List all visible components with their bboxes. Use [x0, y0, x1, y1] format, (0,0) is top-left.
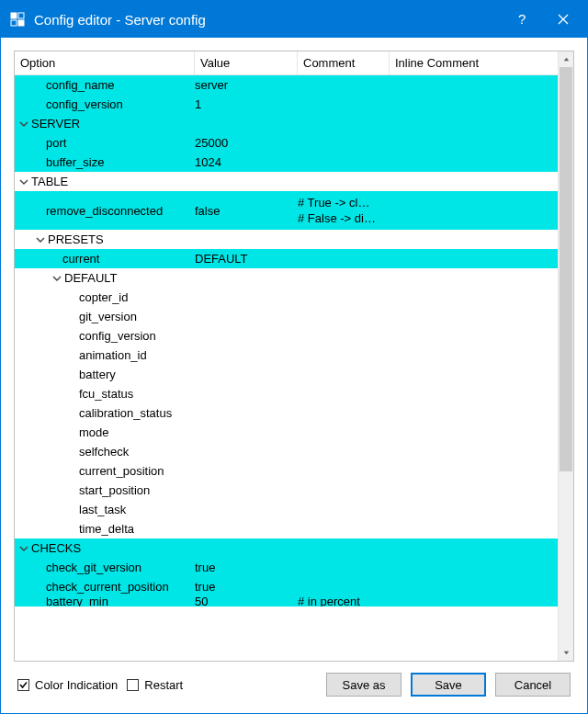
tree-row[interactable]: calibration_status	[15, 403, 558, 423]
checkbox-icon	[127, 679, 139, 691]
option-label: PRESETS	[48, 232, 104, 246]
tree-row[interactable]: check_current_position true	[15, 577, 558, 596]
svg-rect-0	[11, 13, 17, 18]
dialog-content: Option Value Comment Inline Comment conf…	[1, 38, 587, 713]
option-label: check_git_version	[46, 561, 141, 574]
scroll-thumb[interactable]	[560, 67, 572, 471]
option-label: battery	[79, 368, 116, 381]
dialog-window: Config editor - Server config ? Option V…	[0, 0, 588, 714]
col-option[interactable]: Option	[15, 51, 195, 74]
option-label: fcu_status	[79, 387, 133, 401]
option-value: 25000	[195, 136, 298, 150]
option-value: false	[195, 204, 298, 218]
tree-row-group[interactable]: CHECKS	[15, 538, 558, 558]
tree-row[interactable]: animation_id	[15, 346, 558, 365]
cancel-button[interactable]: Cancel	[495, 673, 571, 697]
tree-row-group[interactable]: PRESETS	[15, 230, 558, 249]
color-indication-checkbox[interactable]: Color Indication	[17, 678, 118, 692]
chevron-down-icon[interactable]	[35, 234, 46, 245]
option-comment: # True -> cl… # False -> di…	[298, 194, 390, 227]
option-label: CHECKS	[31, 541, 81, 555]
option-label: config_version	[79, 329, 156, 343]
col-value[interactable]: Value	[195, 51, 298, 74]
option-label: remove_disconnected	[46, 204, 163, 218]
tree-row[interactable]: mode	[15, 423, 558, 442]
checkbox-label: Color Indication	[35, 678, 118, 692]
option-value: 50	[195, 596, 298, 606]
option-label: port	[46, 136, 66, 150]
option-value: true	[195, 561, 298, 574]
tree-row[interactable]: battery	[15, 365, 558, 384]
chevron-down-icon[interactable]	[18, 543, 29, 554]
tree-row[interactable]: battery_min 50 # in percent	[15, 596, 558, 606]
scroll-up-icon[interactable]	[559, 51, 573, 67]
tree-body: config_name server config_version 1	[15, 75, 558, 661]
option-label: SERVER	[31, 117, 80, 130]
chevron-down-icon[interactable]	[18, 119, 29, 130]
option-label: TABLE	[31, 175, 68, 188]
tree-row[interactable]: port 25000	[15, 133, 558, 153]
chevron-down-icon[interactable]	[51, 273, 62, 284]
svg-rect-1	[18, 13, 24, 18]
tree-row[interactable]: selfcheck	[15, 442, 558, 461]
tree-header: Option Value Comment Inline Comment	[15, 51, 558, 75]
option-label: DEFAULT	[64, 271, 118, 285]
checkbox-label: Restart	[144, 678, 183, 692]
option-value: 1	[195, 97, 298, 111]
svg-rect-2	[11, 20, 17, 26]
option-comment: # in percent	[298, 596, 390, 606]
tree-row[interactable]: copter_id	[15, 288, 558, 307]
option-label: config_version	[46, 97, 123, 111]
tree-row-group[interactable]: TABLE	[15, 172, 558, 191]
svg-text:?: ?	[518, 12, 526, 27]
app-icon	[8, 10, 27, 28]
option-label: last_task	[79, 503, 126, 516]
tree-row[interactable]: current DEFAULT	[15, 249, 558, 268]
tree-row-group[interactable]: SERVER	[15, 114, 558, 133]
tree-row[interactable]: config_version 1	[15, 95, 558, 114]
svg-rect-3	[18, 20, 24, 26]
tree-row[interactable]: config_name server	[15, 75, 558, 95]
tree-row[interactable]: config_version	[15, 326, 558, 346]
tree-row[interactable]: check_git_version true	[15, 558, 558, 577]
restart-checkbox[interactable]: Restart	[127, 678, 183, 692]
close-button[interactable]	[543, 1, 583, 38]
tree-row[interactable]: git_version	[15, 307, 558, 326]
tree-row[interactable]: time_delta	[15, 519, 558, 538]
scroll-down-icon[interactable]	[559, 645, 573, 661]
option-label: check_current_position	[46, 580, 169, 594]
option-label: current_position	[79, 464, 164, 478]
option-value: DEFAULT	[195, 252, 298, 266]
option-label: start_position	[79, 483, 150, 497]
tree-row[interactable]: remove_disconnected false # True -> cl… …	[15, 191, 558, 230]
option-value: true	[195, 580, 298, 594]
col-comment[interactable]: Comment	[298, 51, 390, 74]
checkbox-icon	[17, 679, 29, 691]
chevron-down-icon[interactable]	[18, 176, 29, 187]
option-label: buffer_size	[46, 155, 104, 169]
option-label: mode	[79, 425, 109, 439]
option-label: selfcheck	[79, 445, 129, 459]
option-label: time_delta	[79, 522, 134, 536]
option-label: calibration_status	[79, 406, 172, 420]
option-label: copter_id	[79, 290, 128, 304]
scroll-track[interactable]	[559, 67, 573, 645]
option-label: animation_id	[79, 348, 147, 362]
titlebar: Config editor - Server config ?	[1, 1, 587, 38]
option-value: server	[195, 78, 298, 92]
tree-row[interactable]: buffer_size 1024	[15, 153, 558, 172]
vertical-scrollbar[interactable]	[558, 51, 573, 661]
tree-container: Option Value Comment Inline Comment conf…	[14, 51, 574, 662]
option-label: git_version	[79, 310, 137, 323]
save-button[interactable]: Save	[411, 673, 486, 697]
help-button[interactable]: ?	[503, 1, 543, 38]
option-label: config_name	[46, 78, 114, 92]
tree-row[interactable]: current_position	[15, 461, 558, 481]
tree-row-group[interactable]: DEFAULT	[15, 268, 558, 288]
option-value: 1024	[195, 155, 298, 169]
tree-row[interactable]: start_position	[15, 481, 558, 500]
save-as-button[interactable]: Save as	[326, 673, 401, 697]
tree-row[interactable]: last_task	[15, 500, 558, 519]
col-inline[interactable]: Inline Comment	[390, 51, 558, 74]
tree-row[interactable]: fcu_status	[15, 384, 558, 403]
